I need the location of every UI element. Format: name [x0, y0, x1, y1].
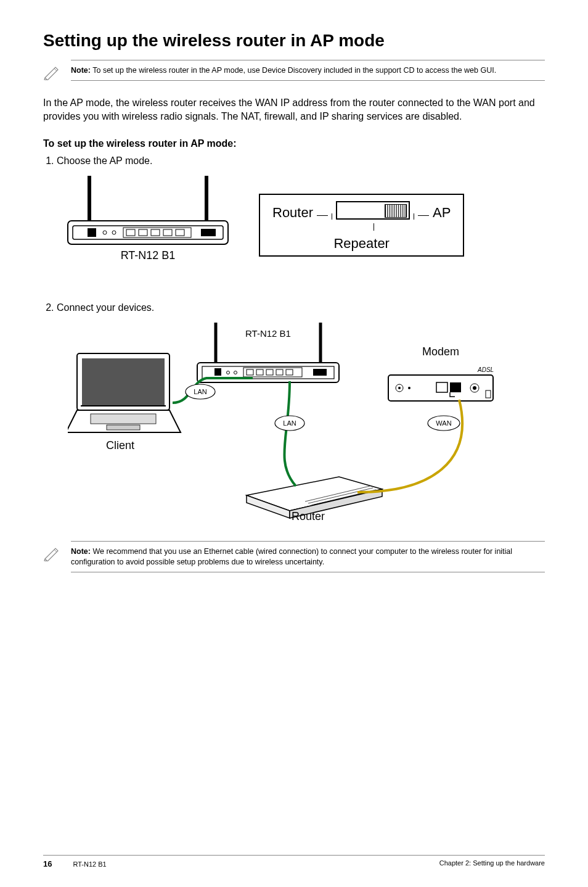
- router-device-illustration: RT-N12 B1: [55, 173, 240, 278]
- device-model-label: RT-N12 B1: [121, 249, 176, 262]
- svg-rect-30: [276, 369, 283, 375]
- router-mode-label: Router: [272, 206, 313, 220]
- ap-mode-label: AP: [433, 206, 451, 220]
- mode-slider: [336, 201, 410, 220]
- svg-rect-31: [286, 369, 293, 375]
- page-footer: 16 RT-N12 B1 Chapter 2: Setting up the h…: [43, 855, 545, 868]
- lan-badge-1: LAN: [194, 388, 206, 395]
- mode-switch-box: Router AP Repeater: [259, 194, 464, 257]
- svg-rect-10: [151, 229, 160, 236]
- slider-thumb-icon: [385, 204, 407, 218]
- footer-model: RT-N12 B1: [73, 860, 106, 868]
- pencil-icon: [43, 64, 62, 80]
- topology-illustration: Client RT-N12 B1 ADSL Modem: [68, 320, 512, 523]
- note-body-1: To set up the wireless router in the AP …: [91, 66, 496, 75]
- note-box-2: Note: We recommend that you use an Ether…: [71, 541, 545, 572]
- repeater-mode-label: Repeater: [272, 237, 451, 250]
- client-label: Client: [106, 439, 134, 452]
- svg-point-35: [398, 387, 401, 389]
- svg-rect-28: [256, 369, 263, 375]
- svg-rect-11: [163, 229, 172, 236]
- svg-rect-13: [201, 229, 216, 236]
- svg-rect-16: [81, 405, 166, 406]
- device-model-label-2: RT-N12 B1: [245, 328, 291, 339]
- note-bold-1: Note:: [71, 66, 91, 75]
- svg-point-36: [408, 387, 410, 389]
- intro-paragraph: In the AP mode, the wireless router rece…: [43, 96, 545, 123]
- svg-rect-41: [486, 390, 491, 398]
- note-body-2: We recommend that you use an Ethernet ca…: [71, 547, 512, 566]
- note-text-2: Note: We recommend that you use an Ether…: [71, 547, 512, 566]
- step-1: Choose the AP mode.: [57, 155, 545, 167]
- svg-rect-29: [266, 369, 273, 375]
- sub-heading: To set up the wireless router in AP mode…: [43, 138, 545, 149]
- note-box-1: Note: To set up the wireless router in t…: [71, 60, 545, 81]
- modem-label: Modem: [422, 345, 459, 358]
- svg-rect-17: [91, 414, 156, 424]
- svg-rect-23: [214, 368, 221, 376]
- lan-badge-2: LAN: [283, 419, 296, 427]
- svg-rect-18: [107, 425, 140, 430]
- svg-rect-9: [139, 229, 147, 236]
- pencil-icon: [43, 545, 62, 561]
- step-2: Connect your devices.: [57, 302, 545, 313]
- svg-rect-38: [450, 382, 461, 392]
- svg-rect-8: [126, 229, 135, 236]
- svg-rect-15: [82, 358, 165, 405]
- note-bold-2: Note:: [71, 547, 91, 556]
- svg-rect-4: [88, 228, 96, 237]
- figure-2: Client RT-N12 B1 ADSL Modem: [68, 320, 545, 526]
- page-title: Setting up the wireless router in AP mod…: [43, 31, 545, 51]
- page-number: 16: [43, 859, 52, 868]
- wan-badge: WAN: [436, 419, 451, 427]
- adsl-label: ADSL: [477, 366, 494, 373]
- svg-rect-32: [313, 369, 327, 376]
- svg-rect-27: [247, 369, 253, 375]
- figure-1: RT-N12 B1 Router AP Repeater: [55, 173, 545, 278]
- router-label: Router: [292, 510, 325, 522]
- svg-rect-12: [176, 229, 184, 236]
- footer-chapter: Chapter 2: Setting up the hardware: [439, 859, 545, 868]
- svg-rect-37: [436, 382, 447, 392]
- svg-point-40: [473, 386, 476, 390]
- note-text: Note: To set up the wireless router in t…: [71, 66, 496, 75]
